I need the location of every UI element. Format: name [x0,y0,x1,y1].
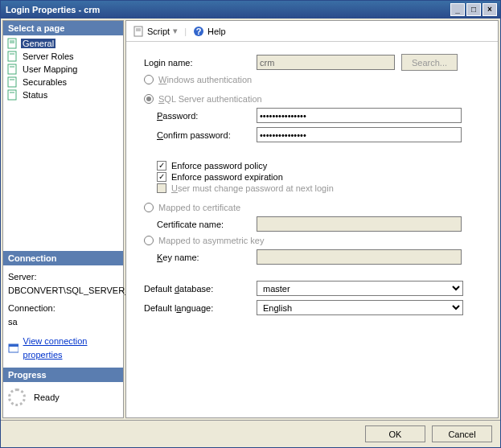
script-button[interactable]: Script ▾ [129,24,181,39]
sidebar-item-label: General [21,39,55,48]
enforce-expiration-checkbox[interactable]: ✓Enforce password expiration [157,172,487,182]
sidebar-item-label: Securables [21,77,68,87]
login-name-input [257,55,395,70]
confirm-password-label: Confirm password: [157,130,257,140]
cancel-button[interactable]: Cancel [432,425,492,442]
sidebar-item-securables[interactable]: Securables [3,76,123,88]
content-panel: Script ▾ | ? Help Login name: Search... [125,20,499,418]
page-icon [6,76,18,88]
view-connection-properties-link[interactable]: View connection properties [23,335,118,361]
sidebar-item-server-roles[interactable]: Server Roles [3,50,123,63]
minimize-button[interactable]: _ [450,3,465,16]
toolbar: Script ▾ | ? Help [126,21,498,42]
footer: OK Cancel [1,420,500,447]
script-icon [133,26,144,37]
default-language-select[interactable]: English [257,300,463,315]
help-button[interactable]: ? Help [190,24,229,39]
ok-button[interactable]: OK [365,425,425,442]
sidebar-item-label: Status [21,90,49,100]
svg-rect-0 [8,39,16,48]
login-name-label: Login name: [144,58,257,68]
help-label: Help [207,27,226,36]
certificate-name-label: Certificate name: [157,220,257,229]
page-icon [6,38,18,49]
svg-rect-7 [8,77,16,87]
connection-label: Connection: [8,302,118,315]
titlebar[interactable]: Login Properties - crm _ □ × [1,1,500,18]
password-input[interactable] [257,108,462,123]
page-icon [6,89,18,101]
sql-auth-radio: SQL Server authentication [144,94,487,104]
svg-rect-9 [8,90,16,100]
default-database-select[interactable]: master [257,281,463,296]
password-label: Password: [157,111,257,121]
svg-text:?: ? [196,27,202,36]
close-button[interactable]: × [483,3,497,16]
progress-header: Progress [3,368,123,382]
mapped-certificate-radio: Mapped to certificate [144,203,487,212]
help-icon: ? [193,26,204,37]
default-db-label: Default database: [144,284,257,294]
svg-rect-12 [9,344,18,347]
sidebar-item-label: Server Roles [21,51,76,61]
progress-status: Ready [34,393,60,402]
properties-icon [8,343,18,354]
sidebar: Select a page General Server Roles User … [2,20,124,418]
svg-rect-3 [8,51,16,61]
maximize-button[interactable]: □ [466,3,481,16]
svg-rect-5 [8,64,16,74]
mapped-key-radio: Mapped to asymmetric key [144,236,487,245]
must-change-checkbox: User must change password at next login [157,183,487,193]
chevron-down-icon: ▾ [173,26,178,36]
certificate-name-input [257,216,462,232]
sidebar-item-label: User Mapping [21,64,79,74]
confirm-password-input[interactable] [257,127,462,142]
sidebar-item-status[interactable]: Status [3,88,123,101]
key-name-input [257,249,462,265]
key-name-label: Key name: [157,253,257,262]
progress-spinner-icon [8,388,26,406]
window-title: Login Properties - crm [4,5,449,14]
server-value: DBCONVERT\SQL_SERVER_20 [8,284,118,298]
windows-auth-radio: WWindows authenticationindows authentica… [144,75,487,84]
sidebar-item-user-mapping[interactable]: User Mapping [3,63,123,76]
page-icon [6,64,18,75]
script-label: Script [147,27,170,36]
enforce-policy-checkbox[interactable]: ✓Enforce password policy [157,161,487,171]
svg-rect-13 [134,27,142,36]
select-page-header: Select a page [3,21,123,35]
search-button: Search... [401,54,458,71]
dialog-login-properties: Login Properties - crm _ □ × Select a pa… [0,0,501,448]
server-label: Server: [8,270,118,284]
sidebar-item-general[interactable]: General [3,37,123,50]
page-icon [6,51,18,62]
default-lang-label: Default language: [144,303,257,313]
connection-value: sa [8,315,118,329]
connection-header: Connection [3,251,123,265]
